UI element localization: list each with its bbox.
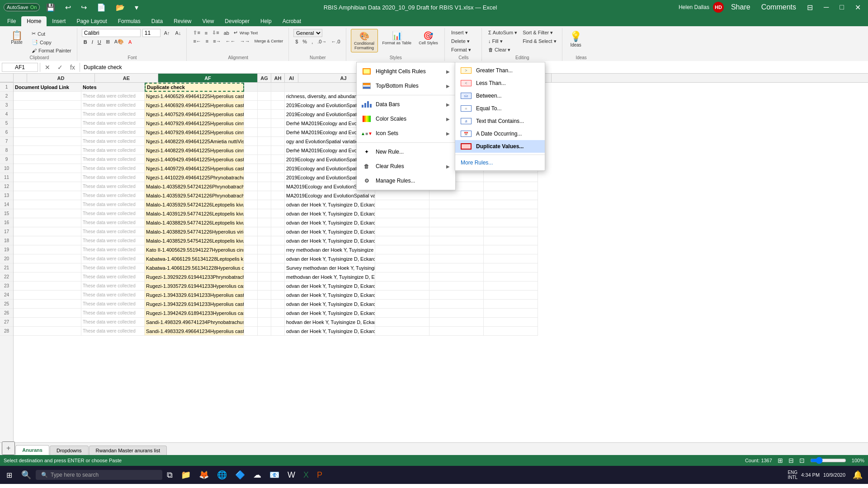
font-shrink-button[interactable]: A↓ [174,29,183,37]
decimal-increase-button[interactable]: .0→ [316,38,328,45]
fill-color-button[interactable]: A🎨 [113,38,126,46]
tab-insert[interactable]: Insert [47,16,71,26]
search-taskbar-button[interactable]: 🔍 [18,468,35,482]
zoom-slider[interactable] [810,457,846,464]
cf-menu-topbottom[interactable]: Top/Bottom Rules ▶ [357,79,455,93]
row-num-1[interactable]: 1 [0,83,13,92]
format-painter-button[interactable]: 🖌 Format Painter [30,47,73,54]
align-top-button[interactable]: ⇧≡ [191,29,202,37]
fill-button[interactable]: ↓ Fill ▾ [486,38,519,45]
align-right-button[interactable]: ≡→ [211,38,222,45]
cell-ag2[interactable] [244,92,258,101]
submenu-lessthan[interactable]: < Less Than... [455,77,545,89]
share-button[interactable]: Share [727,1,754,13]
align-bottom-button[interactable]: ⇩≡ [210,29,221,37]
clear-button[interactable]: 🗑 Clear ▾ [486,46,519,54]
cf-menu-highlight-rules[interactable]: Highlight Cells Rules ▶ [357,64,455,79]
format-button[interactable]: Format ▾ [449,46,473,54]
cell-reference-input[interactable] [2,63,38,72]
cell-ae3[interactable]: These data were collected [81,101,145,110]
cell-ad2[interactable] [14,92,81,101]
cell-ae1[interactable]: Notes [81,83,145,92]
col-header-af[interactable]: AF [158,74,258,82]
row-num-14[interactable]: 14 [0,200,13,209]
font-color-button[interactable]: A [127,38,133,46]
row-num-25[interactable]: 25 [0,300,13,309]
cell-ae2[interactable]: These data were collected [81,92,145,101]
currency-button[interactable]: $ [293,38,300,45]
sheet-tab-rwandan[interactable]: Rwandan Master anurans list [89,446,167,455]
submenu-morerules[interactable]: More Rules... [455,157,545,169]
col-header-ah[interactable]: AH [271,74,285,82]
row-num-16[interactable]: 16 [0,218,13,227]
confirm-button[interactable]: ✓ [55,63,66,72]
cell-ad1[interactable]: Document Upload Link [14,83,81,92]
italic-button[interactable]: I [90,38,95,46]
cf-menu-newrule[interactable]: ✦ New Rule... [357,145,455,159]
conditional-formatting-button[interactable]: 🎨 ConditionalFormatting [351,29,378,52]
row-num-26[interactable]: 26 [0,309,13,318]
row-num-11[interactable]: 11 [0,173,13,182]
col-header-ae[interactable]: AE [95,74,158,82]
cf-menu-databars[interactable]: Data Bars ▶ [357,97,455,112]
new-sheet-button[interactable]: + [2,441,15,455]
row-num-7[interactable]: 7 [0,137,13,146]
cf-menu-iconsets[interactable]: ▲■▼ Icon Sets ▶ [357,126,455,141]
cell-ai1[interactable] [271,83,285,92]
row-num-12[interactable]: 12 [0,182,13,191]
cell-ah2[interactable] [258,92,271,101]
decimal-decrease-button[interactable]: ←.0 [329,38,342,45]
task-view-button[interactable]: ⧉ [163,469,176,482]
indent-decrease-button[interactable]: ←← [224,38,237,45]
align-left-button[interactable]: ≡← [191,38,203,45]
row-num-9[interactable]: 9 [0,155,13,164]
col-header-ai[interactable]: AI [285,74,298,82]
text-direction-button[interactable]: ab [222,29,231,37]
comments-button[interactable]: Comments [758,1,800,13]
row-num-23[interactable]: 23 [0,282,13,291]
normal-view-button[interactable]: ⊞ [778,457,783,464]
save-button[interactable]: 💾 [42,1,59,14]
cf-menu-colorscales[interactable]: Color Scales ▶ [357,112,455,126]
tab-pagelayout[interactable]: Page Layout [71,16,112,26]
tab-developer[interactable]: Developer [219,16,255,26]
row-num-5[interactable]: 5 [0,119,13,128]
file-explorer-taskbar[interactable]: 📁 [177,468,194,482]
submenu-between[interactable]: ≤≥ Between... [455,89,545,102]
align-center-button[interactable]: ≡ [204,38,210,45]
tab-help[interactable]: Help [255,16,277,26]
insert-function-button[interactable]: fx [67,63,78,72]
number-format-select[interactable]: General [293,29,322,37]
tab-home[interactable]: Home [21,16,47,26]
paste-button[interactable]: 📋 Paste [5,29,28,47]
row-num-24[interactable]: 24 [0,291,13,300]
indent-increase-button[interactable]: →→ [238,38,252,45]
font-grow-button[interactable]: A↑ [162,29,172,37]
cell-ah1[interactable] [258,83,271,92]
row-num-3[interactable]: 3 [0,101,13,110]
sort-filter-button[interactable]: Sort & Filter ▾ [521,29,558,37]
tab-data[interactable]: Data [146,16,168,26]
edge-taskbar[interactable]: 🔷 [231,468,249,482]
cf-menu-clearrules[interactable]: 🗑 Clear Rules ▶ [357,159,455,174]
cell-ag1[interactable] [244,83,258,92]
tab-file[interactable]: File [2,16,21,26]
tab-review[interactable]: Review [168,16,197,26]
font-name-input[interactable] [82,29,141,37]
row-num-21[interactable]: 21 [0,263,13,272]
submenu-duplicatevalues[interactable]: Duplicate Values... [455,140,545,153]
percent-button[interactable]: % [301,38,309,45]
powerpoint-taskbar[interactable]: P [313,469,326,482]
tab-formulas[interactable]: Formulas [113,16,146,26]
redo-button[interactable]: ↪ [77,1,90,14]
col-header-ad[interactable]: AD [27,74,95,82]
notification-button[interactable]: 🔔 [849,468,866,482]
row-num-4[interactable]: 4 [0,110,13,119]
delete-button[interactable]: Delete ▾ [449,38,473,45]
row-num-20[interactable]: 20 [0,254,13,263]
bold-button[interactable]: B [82,38,89,46]
sheet-tab-dropdowns[interactable]: Dropdowns [50,446,89,455]
row-num-10[interactable]: 10 [0,164,13,173]
row-num-17[interactable]: 17 [0,227,13,236]
font-size-input[interactable] [142,29,160,37]
